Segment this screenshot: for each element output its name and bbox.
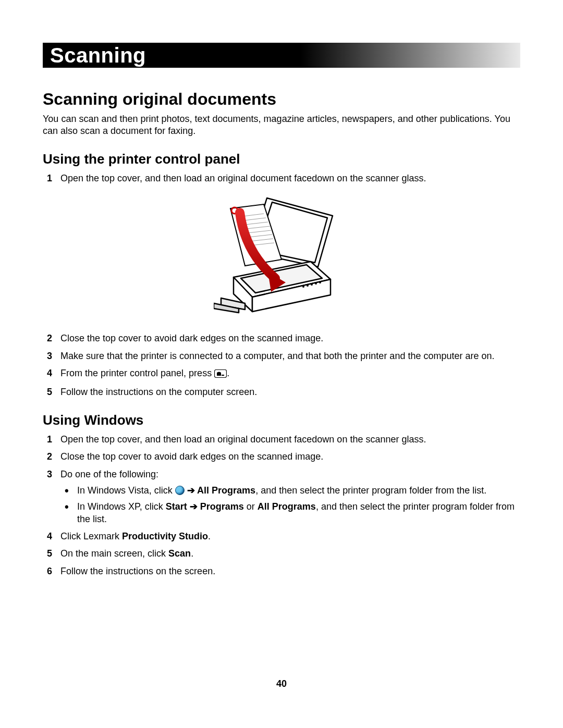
svg-point-22 <box>319 281 321 283</box>
step-item: Follow the instructions on the screen. <box>58 565 520 577</box>
step-text: Do one of the following: <box>60 469 158 479</box>
printer-loading-illustration <box>214 190 349 327</box>
steps-windows: Open the top cover, and then load an ori… <box>43 434 520 578</box>
windows-start-orb-icon <box>175 486 185 495</box>
text: , and then select the printer program fo… <box>255 485 486 496</box>
svg-point-20 <box>311 283 313 286</box>
svg-point-21 <box>315 282 317 285</box>
text: or <box>244 501 258 512</box>
step-item: Close the top cover to avoid dark edges … <box>58 332 520 344</box>
bold-text: All Programs <box>197 485 255 496</box>
text: In Windows Vista, click <box>77 485 175 496</box>
step-item: Follow the instructions on the computer … <box>58 386 520 398</box>
section-title: Scanning original documents <box>43 90 520 109</box>
bold-text: Productivity Studio <box>122 531 208 541</box>
arrow-icon: ➔ <box>187 501 200 512</box>
substeps: In Windows Vista, click ➔ All Programs, … <box>60 485 520 525</box>
bold-text: Start <box>166 501 187 512</box>
bold-text: Scan <box>168 548 191 559</box>
step-item: Open the top cover, and then load an ori… <box>58 434 520 446</box>
text: On the main screen, click <box>60 548 168 559</box>
scan-button-icon <box>214 369 227 381</box>
steps-control-panel-cont: Close the top cover to avoid dark edges … <box>43 332 520 399</box>
step-text: From the printer control panel, press <box>60 368 214 378</box>
step-item: Do one of the following: In Windows Vist… <box>58 468 520 526</box>
bold-text: Programs <box>200 501 244 512</box>
step-text: . <box>227 368 229 378</box>
step-item: From the printer control panel, press . <box>58 367 520 381</box>
bullet-item: In Windows XP, click Start ➔ Programs or… <box>75 501 520 525</box>
arrow-icon: ➔ <box>185 485 197 496</box>
steps-control-panel: Open the top cover, and then load an ori… <box>43 172 520 184</box>
svg-rect-25 <box>222 375 224 376</box>
text: . <box>208 531 211 541</box>
step-item: Open the top cover, and then load an ori… <box>58 172 520 184</box>
svg-point-19 <box>307 285 309 287</box>
chapter-title: Scanning <box>50 44 146 67</box>
chapter-banner: Scanning <box>43 43 520 68</box>
bold-text: All Programs <box>258 501 316 512</box>
subsection-windows: Using Windows <box>43 412 520 428</box>
step-item: Close the top cover to avoid dark edges … <box>58 451 520 463</box>
svg-point-18 <box>302 286 304 288</box>
bullet-item: In Windows Vista, click ➔ All Programs, … <box>75 485 520 497</box>
text: Click Lexmark <box>60 531 122 541</box>
subsection-control-panel: Using the printer control panel <box>43 151 520 167</box>
step-item: Make sure that the printer is connected … <box>58 350 520 362</box>
step-item: On the main screen, click Scan. <box>58 548 520 560</box>
text: In Windows XP, click <box>77 501 166 512</box>
step-item: Click Lexmark Productivity Studio. <box>58 530 520 542</box>
page-number: 40 <box>0 678 563 689</box>
text: . <box>191 548 193 559</box>
intro-paragraph: You can scan and then print photos, text… <box>43 113 520 138</box>
